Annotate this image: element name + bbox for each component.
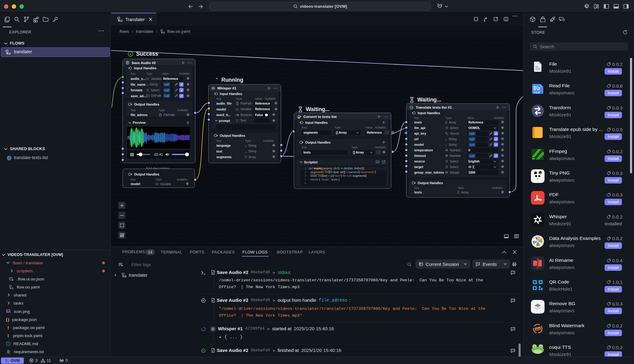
svg-text:FILE: FILE xyxy=(534,91,540,94)
